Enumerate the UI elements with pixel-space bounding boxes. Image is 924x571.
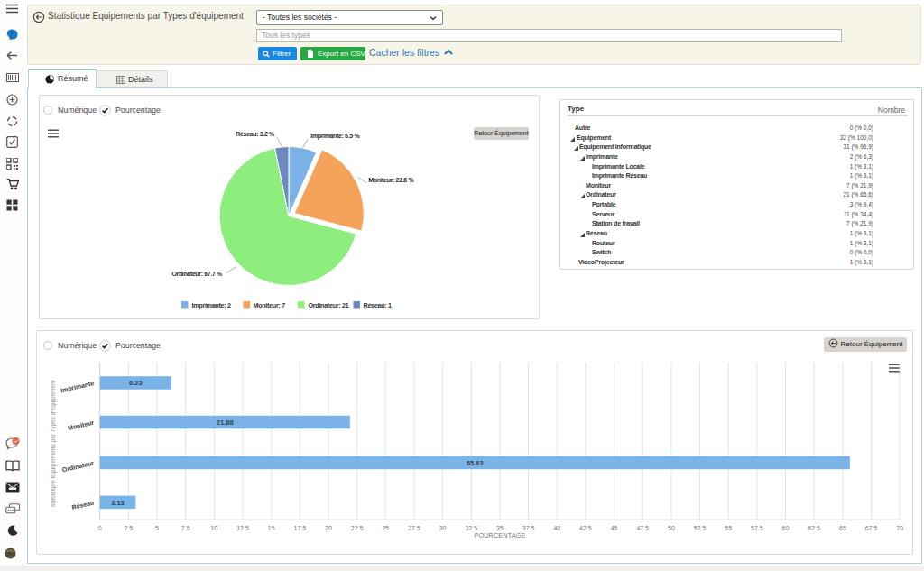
svg-text:10: 10 — [210, 525, 217, 531]
svg-text:Imprimante: 2: Imprimante: 2 — [192, 301, 232, 309]
svg-text:Réseau: Réseau — [71, 499, 95, 510]
svg-text:Réseau: 3.2 %: Réseau: 3.2 % — [236, 131, 275, 137]
svg-text:2.5: 2.5 — [125, 525, 134, 531]
svg-text:42.5: 42.5 — [579, 525, 592, 531]
svg-text:POURCENTAGE: POURCENTAGE — [474, 531, 525, 539]
svg-text:7.5: 7.5 — [181, 525, 190, 531]
svg-text:35: 35 — [496, 525, 504, 531]
svg-text:6.25: 6.25 — [129, 379, 143, 387]
svg-text:Ordinateur: Ordinateur — [61, 459, 95, 473]
svg-text:47.5: 47.5 — [636, 525, 649, 531]
svg-text:15: 15 — [268, 525, 275, 531]
svg-text:Imprimante: Imprimante — [60, 380, 95, 394]
svg-text:Moniteur: 7: Moniteur: 7 — [254, 301, 286, 309]
svg-text:60: 60 — [782, 525, 790, 531]
svg-text:Moniteur: Moniteur — [67, 419, 95, 432]
svg-text:62.5: 62.5 — [808, 525, 820, 531]
svg-text:21.88: 21.88 — [217, 419, 234, 427]
svg-text:Moniteur: 22.6 %: Moniteur: 22.6 % — [368, 177, 414, 183]
svg-text:20: 20 — [325, 525, 332, 531]
svg-text:50: 50 — [668, 525, 675, 531]
svg-text:Imprimante: 6.5 %: Imprimante: 6.5 % — [310, 133, 360, 140]
svg-text:Ordinateur: 67.7 %: Ordinateur: 67.7 % — [171, 271, 223, 277]
svg-text:65: 65 — [839, 525, 846, 531]
svg-text:32.5: 32.5 — [465, 525, 477, 531]
svg-text:40: 40 — [553, 525, 560, 531]
svg-text:70: 70 — [896, 525, 903, 531]
svg-text:30: 30 — [439, 525, 447, 531]
svg-text:37.5: 37.5 — [522, 525, 535, 531]
svg-text:12.5: 12.5 — [236, 525, 249, 531]
svg-text:45: 45 — [611, 525, 618, 531]
svg-text:22.5: 22.5 — [351, 525, 364, 531]
svg-text:52.5: 52.5 — [694, 525, 707, 531]
svg-text:65.63: 65.63 — [467, 459, 484, 467]
svg-text:27.5: 27.5 — [408, 525, 420, 531]
svg-text:3.13: 3.13 — [111, 499, 125, 507]
svg-text:55: 55 — [725, 525, 732, 531]
svg-text:67.5: 67.5 — [865, 525, 878, 531]
svg-text:0: 0 — [98, 525, 102, 531]
svg-text:5: 5 — [155, 525, 159, 531]
svg-text:57.5: 57.5 — [751, 525, 763, 531]
svg-text:Ordinateur: 21: Ordinateur: 21 — [309, 301, 349, 309]
svg-text:17.5: 17.5 — [293, 525, 306, 531]
svg-text:Réseau: 1: Réseau: 1 — [364, 301, 393, 309]
svg-text:25: 25 — [382, 525, 389, 531]
svg-text:Statistique Equipements par Ty: Statistique Equipements par Types d'équi… — [51, 380, 58, 507]
